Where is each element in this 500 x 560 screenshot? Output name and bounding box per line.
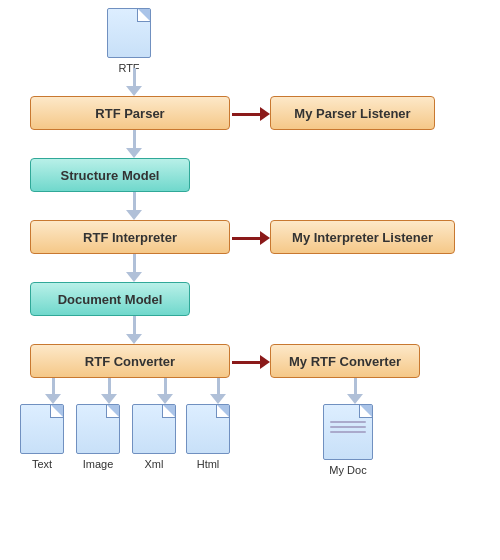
- rtf-file-page: [107, 8, 151, 58]
- mydoc-label: My Doc: [329, 464, 366, 476]
- arrow-to-text: [45, 378, 61, 404]
- arrow-to-image: [101, 378, 117, 404]
- arrow-converter-to-myconverter: [232, 355, 270, 369]
- my-interpreter-listener-box: My Interpreter Listener: [270, 220, 455, 254]
- text-page: [20, 404, 64, 454]
- html-output-icon: Html: [186, 404, 230, 470]
- image-label: Image: [83, 458, 114, 470]
- rtf-parser-box: RTF Parser: [30, 96, 230, 130]
- arrow-parser-to-structure: [126, 130, 142, 158]
- image-page: [76, 404, 120, 454]
- arrow-rtf-to-parser: [126, 68, 142, 96]
- arrow-to-mydoc: [347, 378, 363, 404]
- html-label: Html: [197, 458, 220, 470]
- image-output-icon: Image: [76, 404, 120, 470]
- xml-output-icon: Xml: [132, 404, 176, 470]
- arrow-to-xml: [157, 378, 173, 404]
- arrow-document-to-converter: [126, 316, 142, 344]
- xml-page: [132, 404, 176, 454]
- mydoc-output-icon: My Doc: [323, 404, 373, 476]
- rtf-file-icon: RTF: [107, 8, 151, 74]
- rtf-interpreter-box: RTF Interpreter: [30, 220, 230, 254]
- arrow-parser-to-listener: [232, 107, 270, 121]
- text-output-icon: Text: [20, 404, 64, 470]
- document-model-box: Document Model: [30, 282, 190, 316]
- arrow-structure-to-interpreter: [126, 192, 142, 220]
- arrow-to-html: [210, 378, 226, 404]
- text-label: Text: [32, 458, 52, 470]
- arrow-interpreter-to-listener: [232, 231, 270, 245]
- my-parser-listener-box: My Parser Listener: [270, 96, 435, 130]
- my-rtf-converter-box: My RTF Converter: [270, 344, 420, 378]
- mydoc-page: [323, 404, 373, 460]
- diagram: RTF RTF Parser My Parser Listener Struct…: [0, 0, 500, 560]
- rtf-converter-box: RTF Converter: [30, 344, 230, 378]
- arrow-interpreter-to-document: [126, 254, 142, 282]
- xml-label: Xml: [145, 458, 164, 470]
- html-page: [186, 404, 230, 454]
- structure-model-box: Structure Model: [30, 158, 190, 192]
